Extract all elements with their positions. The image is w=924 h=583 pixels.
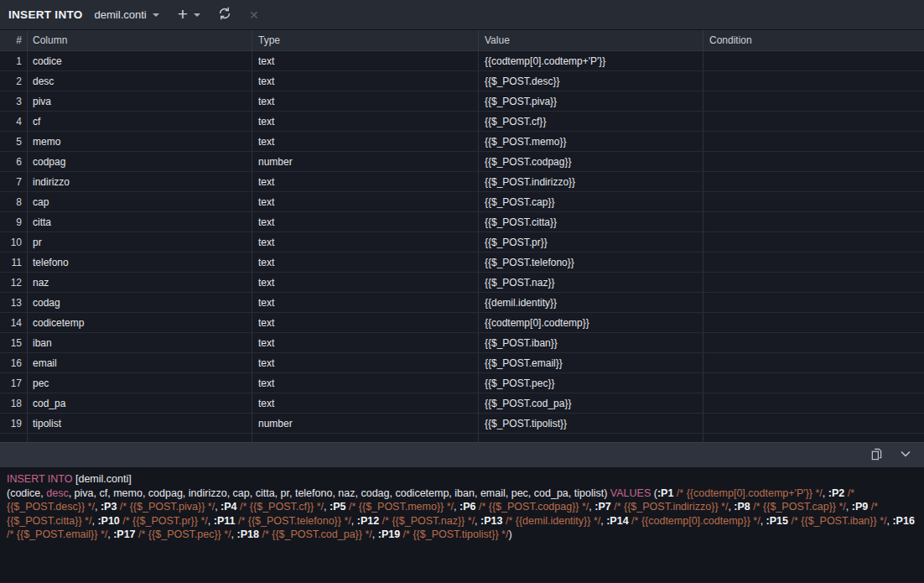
cell-column[interactable]: piva — [27, 91, 252, 111]
table-selector[interactable]: demil.conti — [95, 8, 159, 21]
cell-condition[interactable] — [703, 232, 924, 252]
cell-type[interactable]: text — [252, 112, 478, 131]
table-row[interactable]: 17pectext{{$_POST.pec}} — [0, 373, 924, 393]
table-row[interactable]: 10prtext{{$_POST.pr}} — [0, 232, 924, 252]
cell-condition[interactable] — [703, 273, 924, 292]
close-button[interactable]: ✕ — [249, 8, 259, 22]
cell-value[interactable]: {{codtemp[0].codtemp+'P'}} — [478, 51, 703, 70]
cell-value[interactable]: {{$_POST.cf}} — [478, 112, 703, 131]
table-row[interactable]: 5memotext{{$_POST.memo}} — [0, 132, 924, 152]
header-condition[interactable]: Condition — [703, 30, 924, 50]
cell-value[interactable]: {{$_POST.iban}} — [478, 333, 703, 352]
cell-condition[interactable] — [703, 212, 924, 232]
table-row[interactable]: 15ibantext{{$_POST.iban}} — [0, 333, 924, 353]
cell-value[interactable]: {{$_POST.pec}} — [478, 373, 703, 393]
table-row[interactable]: 14codicetemptext{{codtemp[0].codtemp}} — [0, 313, 924, 333]
cell-column[interactable]: iban — [27, 333, 252, 352]
cell-type[interactable]: text — [252, 91, 478, 111]
cell-condition[interactable] — [703, 252, 924, 272]
copy-sql-button[interactable] — [869, 447, 884, 464]
cell-condition[interactable] — [703, 51, 924, 70]
cell-column[interactable]: memo — [27, 132, 252, 151]
table-row[interactable]: 2desctext{{$_POST.desc}} — [0, 71, 924, 91]
sql-preview[interactable]: INSERT INTO [demil.conti](codice, desc, … — [0, 467, 924, 582]
cell-value[interactable]: {{$_POST.citta}} — [478, 212, 703, 232]
cell-type[interactable]: text — [252, 172, 478, 191]
cell-condition[interactable] — [703, 172, 924, 191]
cell-value[interactable]: {{$_POST.memo}} — [478, 132, 703, 151]
table-row[interactable]: 19tipolistnumber{{$_POST.tipolist}} — [0, 414, 924, 434]
cell-condition[interactable] — [703, 132, 924, 151]
cell-value[interactable]: {{$_POST.indirizzo}} — [478, 172, 703, 191]
cell-condition[interactable] — [703, 333, 924, 352]
cell-type[interactable]: number — [252, 152, 478, 171]
cell-type[interactable]: text — [252, 71, 478, 91]
cell-type[interactable]: text — [252, 353, 478, 372]
cell-column[interactable]: cod_pa — [27, 393, 252, 413]
table-row[interactable]: 7indirizzotext{{$_POST.indirizzo}} — [0, 172, 924, 192]
cell-column[interactable]: cap — [27, 192, 252, 211]
cell-condition[interactable] — [703, 393, 924, 413]
table-row[interactable]: 11telefonotext{{$_POST.telefono}} — [0, 252, 924, 273]
cell-column[interactable]: indirizzo — [27, 172, 252, 191]
header-type[interactable]: Type — [252, 30, 478, 50]
cell-value[interactable]: {{$_POST.piva}} — [478, 91, 703, 111]
header-column[interactable]: Column — [27, 30, 252, 50]
cell-column[interactable]: telefono — [27, 252, 252, 272]
cell-condition[interactable] — [703, 192, 924, 211]
cell-value[interactable]: {{$_POST.telefono}} — [478, 252, 703, 272]
table-row[interactable]: 1codicetext{{codtemp[0].codtemp+'P'}} — [0, 51, 924, 71]
cell-value[interactable]: {{$_POST.cap}} — [478, 192, 703, 211]
header-value[interactable]: Value — [478, 30, 703, 50]
cell-column[interactable]: citta — [27, 212, 252, 232]
cell-column[interactable]: tipolist — [27, 414, 252, 433]
cell-type[interactable]: number — [252, 414, 478, 433]
cell-column[interactable]: desc — [27, 71, 252, 91]
cell-condition[interactable] — [703, 152, 924, 171]
cell-value[interactable]: {{$_POST.naz}} — [478, 273, 703, 292]
table-row[interactable]: 16emailtext{{$_POST.email}} — [0, 353, 924, 373]
cell-condition[interactable] — [703, 112, 924, 131]
cell-value[interactable]: {{demil.identity}} — [478, 293, 703, 312]
cell-type[interactable]: text — [252, 293, 478, 312]
cell-condition[interactable] — [703, 353, 924, 372]
cell-column[interactable]: codpag — [27, 152, 252, 171]
cell-type[interactable]: text — [252, 232, 478, 252]
cell-type[interactable]: text — [252, 393, 478, 413]
cell-type[interactable]: text — [252, 273, 478, 292]
cell-value[interactable]: {{$_POST.pr}} — [478, 232, 703, 252]
cell-column[interactable]: cf — [27, 112, 252, 131]
header-num[interactable]: # — [0, 30, 27, 50]
cell-column[interactable]: pec — [27, 373, 252, 393]
cell-condition[interactable] — [703, 373, 924, 393]
cell-condition[interactable] — [703, 293, 924, 312]
cell-column[interactable]: naz — [27, 273, 252, 292]
cell-condition[interactable] — [703, 91, 924, 111]
table-row[interactable]: 3pivatext{{$_POST.piva}} — [0, 91, 924, 112]
cell-type[interactable]: text — [252, 313, 478, 332]
table-row[interactable]: 4cftext{{$_POST.cf}} — [0, 112, 924, 132]
cell-column[interactable]: pr — [27, 232, 252, 252]
cell-type[interactable]: text — [252, 51, 478, 70]
cell-type[interactable]: text — [252, 212, 478, 232]
table-row[interactable]: 6codpagnumber{{$_POST.codpag}} — [0, 152, 924, 172]
table-row[interactable]: 18cod_patext{{$_POST.cod_pa}} — [0, 393, 924, 414]
cell-type[interactable]: text — [252, 252, 478, 272]
cell-value[interactable]: {{$_POST.desc}} — [478, 71, 703, 91]
cell-column[interactable]: email — [27, 353, 252, 372]
table-row[interactable]: 12naztext{{$_POST.naz}} — [0, 273, 924, 293]
cell-value[interactable]: {{$_POST.cod_pa}} — [478, 393, 703, 413]
cell-condition[interactable] — [703, 71, 924, 91]
cell-column[interactable]: codag — [27, 293, 252, 312]
cell-type[interactable]: text — [252, 192, 478, 211]
add-row-button[interactable]: + — [178, 7, 200, 23]
table-row[interactable]: 8captext{{$_POST.cap}} — [0, 192, 924, 212]
cell-condition[interactable] — [703, 414, 924, 433]
cell-value[interactable]: {{$_POST.tipolist}} — [478, 414, 703, 433]
collapse-panel-button[interactable] — [899, 447, 912, 463]
cell-condition[interactable] — [703, 313, 924, 332]
refresh-button[interactable] — [217, 6, 232, 23]
cell-value[interactable]: {{codtemp[0].codtemp}} — [478, 313, 703, 332]
cell-type[interactable]: text — [252, 333, 478, 352]
cell-type[interactable]: text — [252, 373, 478, 393]
